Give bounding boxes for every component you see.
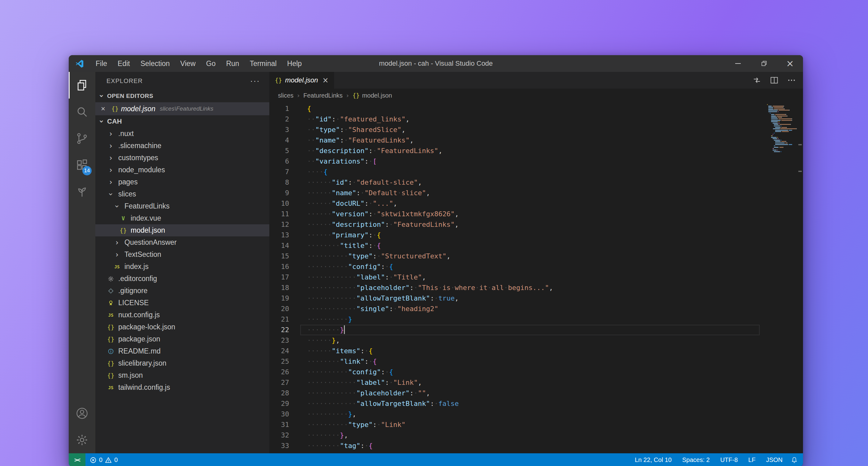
line-content[interactable]: {	[300, 104, 760, 114]
tree-item-sm.json[interactable]: {}sm.json	[95, 369, 269, 381]
extensions-activity-button[interactable]: 14	[69, 152, 95, 178]
account-button[interactable]	[69, 400, 95, 427]
line-content[interactable]: ··········"config":·{	[300, 451, 760, 453]
line-content[interactable]: ············"single":·"heading2"	[300, 304, 760, 314]
line-content[interactable]: ······"name":·"Default·slice",	[300, 188, 760, 198]
line-content[interactable]: ············"allowTargetBlank":·true,	[300, 293, 760, 304]
menu-terminal[interactable]: Terminal	[245, 55, 282, 72]
line-content[interactable]: ············"placeholder":·"This·is·wher…	[300, 283, 760, 293]
line-content[interactable]: ············"placeholder":·"",	[300, 388, 760, 399]
open-editors-section-header[interactable]: › OPEN EDITORS	[95, 90, 269, 102]
menu-view[interactable]: View	[175, 55, 200, 72]
tree-item-node-modules[interactable]: ›node_modules	[95, 164, 269, 176]
line-content[interactable]: ··········"config":·{	[300, 367, 760, 377]
tree-item-nuxt.config.js[interactable]: JSnuxt.config.js	[95, 309, 269, 321]
line-content[interactable]: ············"label":·"Title",	[300, 272, 760, 283]
line-content[interactable]: ··"variations":·[	[300, 156, 760, 167]
tree-item-questionanswer[interactable]: ›QuestionAnswer	[95, 236, 269, 249]
line-content[interactable]: ········},	[300, 430, 760, 441]
line-content[interactable]: ······"id":·"default-slice",	[300, 177, 760, 188]
line-number: 2	[269, 114, 300, 124]
tree-item-.editorconfig[interactable]: .editorconfig	[95, 273, 269, 285]
line-content[interactable]: ········"title":·{	[300, 240, 760, 251]
line-content[interactable]: ········"tag":·{	[300, 441, 760, 451]
minimize-button[interactable]	[725, 55, 751, 72]
status-language-mode[interactable]: JSON	[766, 457, 782, 464]
line-content[interactable]: ············"label":·"Link",	[300, 377, 760, 388]
tree-item-package-lock.json[interactable]: {}package-lock.json	[95, 321, 269, 333]
tree-item-readme.md[interactable]: README.md	[95, 345, 269, 357]
line-content[interactable]: ··········},	[300, 409, 760, 419]
problems-indicator[interactable]: 0 0	[86, 453, 122, 466]
source-control-activity-button[interactable]	[69, 125, 95, 152]
tree-item-customtypes[interactable]: ›customtypes	[95, 152, 269, 164]
tab-model-json[interactable]: {} model.json ×	[269, 72, 334, 89]
tree-item-label: .editorconfig	[118, 274, 157, 283]
line-content[interactable]: ······},	[300, 335, 760, 346]
tree-item-textsection[interactable]: ›TextSection	[95, 249, 269, 261]
line-content[interactable]: ········"link":·{	[300, 356, 760, 367]
menu-file[interactable]: File	[90, 55, 112, 72]
minimap-line	[767, 113, 797, 114]
line-content[interactable]: ··"type":·"SharedSlice",	[300, 124, 760, 135]
line-content[interactable]: ············"allowTargetBlank":·false	[300, 399, 760, 409]
close-button[interactable]: ×	[777, 55, 803, 72]
line-content[interactable]: ··"name":·"FeaturedLinks",	[300, 135, 760, 146]
restore-button[interactable]	[751, 55, 777, 72]
line-content[interactable]: ······"version":·"sktwi1xtmkfgx8626",	[300, 209, 760, 220]
notifications-bell-button[interactable]	[786, 457, 803, 464]
line-content[interactable]: ········}	[300, 325, 760, 335]
line-content[interactable]: ··········"config":·{	[300, 262, 760, 272]
tree-item-package.json[interactable]: {}package.json	[95, 333, 269, 345]
breadcrumb-item-slices[interactable]: slices	[278, 92, 293, 99]
explorer-more-actions-icon[interactable]: ···	[250, 76, 260, 86]
menu-go[interactable]: Go	[201, 55, 221, 72]
line-content[interactable]: ··········"type":·"Link"	[300, 419, 760, 430]
root-folder-header[interactable]: › CAH	[95, 115, 269, 128]
tree-item-icon-slot: ›	[112, 251, 123, 258]
line-content[interactable]: ··"description":·"FeaturedLinks",	[300, 146, 760, 156]
plant-extension-activity-button[interactable]	[69, 178, 95, 205]
menu-run[interactable]: Run	[221, 55, 244, 72]
line-content[interactable]: ······"items":·{	[300, 346, 760, 356]
status-eol[interactable]: LF	[748, 457, 755, 464]
open-changes-icon[interactable]	[752, 76, 762, 85]
tree-item-featuredlinks[interactable]: ›FeaturedLinks	[95, 200, 269, 212]
status-cursor-position[interactable]: Ln 22, Col 10	[635, 457, 672, 464]
breadcrumb-item-featuredlinks[interactable]: FeaturedLinks	[303, 92, 343, 99]
tree-item-index.vue[interactable]: Vindex.vue	[95, 212, 269, 224]
line-content[interactable]: ······"primary":·{	[300, 230, 760, 240]
line-content[interactable]: ··"id":·"featured_links",	[300, 114, 760, 124]
tree-item-model.json[interactable]: {}model.json	[95, 224, 269, 236]
split-editor-icon[interactable]	[770, 76, 779, 85]
tab-close-icon[interactable]: ×	[322, 76, 329, 85]
tree-item-license[interactable]: LICENSE	[95, 297, 269, 309]
close-editor-icon[interactable]: ×	[101, 105, 112, 113]
menu-edit[interactable]: Edit	[112, 55, 135, 72]
tree-item-pages[interactable]: ›pages	[95, 176, 269, 188]
tree-item-slices[interactable]: ›slices	[95, 188, 269, 200]
tree-item-.nuxt[interactable]: ›.nuxt	[95, 128, 269, 140]
status-encoding[interactable]: UTF-8	[720, 457, 738, 464]
open-editor-item-model-json[interactable]: × {} model.json slices\FeaturedLinks	[95, 102, 269, 115]
line-content[interactable]: ··········}	[300, 314, 760, 325]
tree-item-.slicemachine[interactable]: ›.slicemachine	[95, 140, 269, 152]
explorer-activity-button[interactable]	[69, 72, 95, 98]
more-actions-icon[interactable]	[787, 76, 796, 85]
menu-selection[interactable]: Selection	[135, 55, 175, 72]
minimap[interactable]	[767, 104, 797, 152]
menu-help[interactable]: Help	[282, 55, 307, 72]
status-indentation[interactable]: Spaces: 2	[682, 457, 710, 464]
line-content[interactable]: ····{	[300, 167, 760, 177]
tree-item-index.js[interactable]: JSindex.js	[95, 261, 269, 273]
tree-item-.gitignore[interactable]: .gitignore	[95, 285, 269, 297]
line-content[interactable]: ··········"type":·"StructuredText",	[300, 251, 760, 262]
remote-indicator[interactable]: ><	[69, 453, 86, 466]
search-activity-button[interactable]	[69, 98, 95, 125]
settings-button[interactable]	[69, 427, 95, 453]
line-content[interactable]: ······"description":·"FeaturedLinks",	[300, 220, 760, 230]
tree-item-slicelibrary.json[interactable]: {}slicelibrary.json	[95, 357, 269, 369]
tree-item-tailwind.config.js[interactable]: JStailwind.config.js	[95, 381, 269, 394]
line-content[interactable]: ······"docURL":·"...",	[300, 198, 760, 209]
breadcrumb-item-model.json[interactable]: {}model.json	[352, 92, 392, 99]
